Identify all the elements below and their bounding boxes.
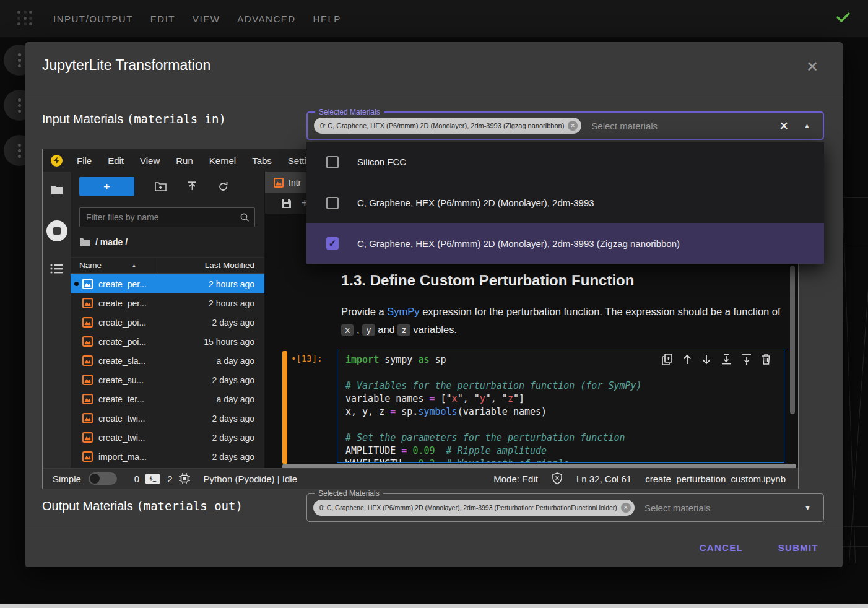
vertical-scrollbar[interactable]: [790, 266, 795, 414]
selected-material-chip[interactable]: 0: C, Graphene, HEX (P6/mmm) 2D (Monolay…: [314, 118, 581, 134]
simple-mode-toggle[interactable]: [89, 472, 117, 485]
table-of-contents-tab-icon[interactable]: [50, 263, 64, 277]
file-row[interactable]: create_per...2 hours ago: [71, 293, 264, 313]
top-menu-item-edit[interactable]: EDIT: [150, 14, 175, 24]
new-launcher-button[interactable]: +: [79, 177, 134, 196]
submit-button[interactable]: SUBMIT: [772, 537, 825, 558]
file-modified: 2 hours ago: [209, 298, 264, 308]
save-icon[interactable]: [281, 198, 292, 209]
file-name: create_per...: [98, 279, 147, 289]
jlab-menu-item-file[interactable]: File: [69, 155, 100, 166]
jlab-menu-item-tabs[interactable]: Tabs: [244, 155, 280, 166]
top-menu-item-advanced[interactable]: ADVANCED: [237, 14, 295, 24]
kernel-status[interactable]: Python (Pyodide) | Idle: [204, 474, 297, 484]
terminals-count[interactable]: 0: [134, 474, 139, 484]
duplicate-cell-icon[interactable]: [662, 354, 673, 365]
file-row[interactable]: create_per...2 hours ago: [71, 274, 264, 293]
chip-delete-icon[interactable]: ✕: [621, 503, 631, 513]
checkbox-checked[interactable]: ✓: [326, 237, 339, 250]
file-row[interactable]: create_twi...2 days ago: [71, 428, 264, 447]
code-token: 0.3: [418, 458, 435, 463]
top-menu-item-view[interactable]: VIEW: [193, 14, 220, 24]
code-token: # Ripple amplitude: [435, 445, 547, 456]
bottom-scrollbar[interactable]: [0, 604, 868, 608]
move-cell-up-icon[interactable]: [682, 354, 692, 365]
output-materials-select[interactable]: Selected Materials 0: C, Graphene, HEX (…: [306, 493, 824, 522]
simple-mode-label: Simple: [53, 474, 81, 484]
cursor-position[interactable]: Ln 32, Col 61: [576, 474, 631, 484]
file-row[interactable]: create_su...2 days ago: [71, 370, 264, 389]
input-materials-label-text: Input Materials: [42, 112, 127, 126]
jlab-menu-item-run[interactable]: Run: [168, 155, 201, 166]
code-line: [345, 367, 784, 380]
jupyterlab-statusbar: Simple 0 $_ 2 Python (Pyodide) | Idle Mo…: [43, 468, 798, 489]
file-row[interactable]: create_sla...a day ago: [71, 351, 264, 370]
checkbox-unchecked[interactable]: [326, 156, 339, 168]
upload-icon[interactable]: [187, 181, 197, 191]
column-header-name[interactable]: Name ▲: [71, 258, 158, 273]
kernel-icon[interactable]: [179, 473, 190, 484]
file-row[interactable]: create_poi...2 days ago: [71, 313, 264, 332]
file-row[interactable]: import_ma...2 days ago: [71, 447, 264, 466]
clear-selection-icon[interactable]: ✕: [779, 120, 789, 132]
move-cell-down-icon[interactable]: [701, 354, 711, 365]
new-folder-icon[interactable]: [155, 182, 167, 191]
file-modified: 2 days ago: [212, 375, 265, 385]
chip-label: 0: C, Graphene, HEX (P6/mmm) 2D (Monolay…: [319, 504, 617, 511]
jlab-menu-item-kernel[interactable]: Kernel: [201, 155, 244, 166]
sympy-link[interactable]: SymPy: [387, 306, 419, 317]
select-placeholder: Select materials: [644, 503, 711, 513]
kernels-count[interactable]: 2: [167, 474, 172, 484]
code-token: # Set the parameters for the perturbatio…: [345, 432, 625, 443]
material-option-label: C, Graphene, HEX (P6/mmm) 2D (Monolayer)…: [357, 198, 594, 208]
selected-output-chip[interactable]: 0: C, Graphene, HEX (P6/mmm) 2D (Monolay…: [313, 500, 635, 516]
cell-prompt: •[13]:: [291, 354, 323, 363]
collapse-dropdown-icon[interactable]: ▲: [804, 122, 810, 129]
file-row[interactable]: create_poi...15 hours ago: [71, 332, 264, 351]
inline-code: y: [362, 324, 375, 336]
sort-ascending-icon: ▲: [131, 263, 137, 269]
trust-shield-icon[interactable]: [552, 472, 563, 485]
insert-cell-above-icon[interactable]: [721, 354, 732, 365]
horizontal-scrollbar[interactable]: [282, 464, 796, 468]
top-menu-item-input-output[interactable]: INPUT/OUTPUT: [53, 14, 133, 24]
insert-cell-below-icon[interactable]: [741, 354, 752, 365]
code-cell-editor[interactable]: import sympy as sp # Variables for the p…: [337, 349, 784, 463]
cell-collapser[interactable]: [282, 351, 287, 464]
running-sessions-tab-icon[interactable]: [46, 220, 68, 245]
top-menu-item-help[interactable]: HELP: [313, 14, 341, 24]
jlab-menu-item-view[interactable]: View: [132, 155, 168, 166]
file-row[interactable]: create_twi...2 days ago: [71, 409, 264, 428]
refresh-icon[interactable]: [218, 181, 228, 192]
breadcrumb[interactable]: / made /: [79, 233, 128, 251]
notebook-file-icon: [82, 375, 93, 385]
material-option[interactable]: ✓C, Graphene, HEX (P6/mmm) 2D (Monolayer…: [306, 223, 824, 264]
input-materials-select[interactable]: Selected Materials 0: C, Graphene, HEX (…: [306, 111, 824, 140]
filter-files-input[interactable]: [80, 212, 240, 222]
notebook-file-icon: [82, 451, 93, 462]
paragraph-text: and: [375, 324, 398, 335]
file-name: create_sla...: [98, 356, 145, 366]
chip-delete-icon[interactable]: ✕: [568, 121, 578, 131]
material-option[interactable]: C, Graphene, HEX (P6/mmm) 2D (Monolayer)…: [306, 183, 824, 224]
close-icon[interactable]: ✕: [806, 59, 818, 74]
code-token: =: [429, 393, 435, 404]
delete-cell-icon[interactable]: [762, 354, 771, 365]
material-option[interactable]: Silicon FCC: [306, 142, 824, 183]
code-token: x: [452, 393, 458, 404]
code-line: AMPLITUDE = 0.09 # Ripple amplitude: [345, 445, 784, 458]
cancel-button[interactable]: CANCEL: [693, 537, 749, 558]
markdown-paragraph: Provide a SymPy expression for the pertu…: [341, 303, 781, 339]
jlab-menu-item-edit[interactable]: Edit: [100, 155, 132, 166]
top-menubar: INPUT/OUTPUTEDITVIEWADVANCEDHELP: [0, 0, 868, 37]
expand-dropdown-icon[interactable]: ▼: [804, 504, 811, 511]
file-row[interactable]: create_ter...a day ago: [71, 389, 264, 409]
app-logo-icon[interactable]: [17, 11, 33, 27]
checkbox-unchecked[interactable]: [326, 197, 339, 209]
jupyterlite-kernel-icon: [51, 155, 63, 167]
code-token: =: [401, 445, 407, 456]
file-browser-tab-icon[interactable]: [51, 185, 63, 198]
terminal-icon[interactable]: $_: [145, 474, 160, 484]
column-header-modified[interactable]: Last Modified: [158, 261, 264, 270]
code-token: AMPLITUDE: [345, 445, 401, 456]
